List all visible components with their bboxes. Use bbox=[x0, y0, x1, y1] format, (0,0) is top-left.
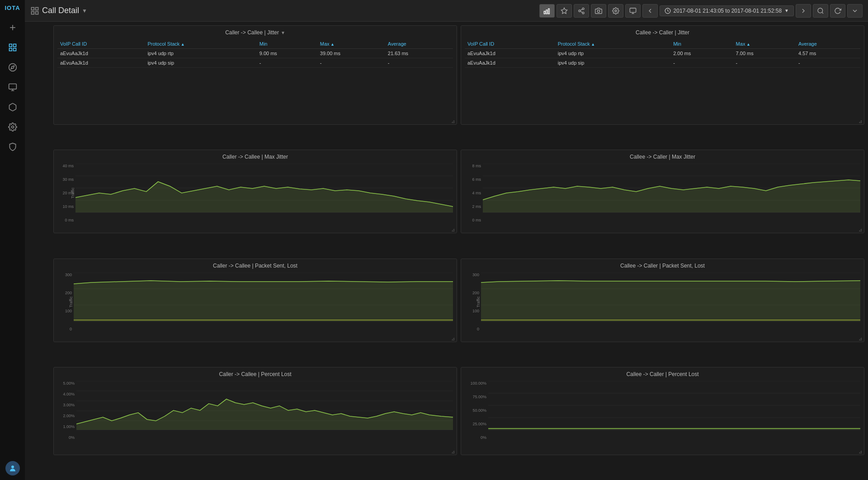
y-label: Traffic bbox=[476, 296, 481, 307]
svg-rect-2 bbox=[9, 44, 12, 47]
callee-packet-title: Callee -> Caller | Packet Sent, Lost bbox=[465, 263, 860, 269]
sidebar-item-settings[interactable] bbox=[5, 119, 21, 135]
col-max[interactable]: Max bbox=[733, 39, 796, 49]
callee-packet-panel: Callee -> Caller | Packet Sent, Lost 300… bbox=[461, 259, 864, 342]
sidebar-item-box[interactable] bbox=[5, 99, 21, 115]
resize-handle[interactable]: ⊿ bbox=[451, 336, 456, 341]
caller-packet-title: Caller -> Callee | Packet Sent, Lost bbox=[57, 263, 453, 269]
callee-max-jitter-chart: 21:44 21:45 21:46 21:47 21:48 21:49 21:5… bbox=[483, 164, 860, 213]
col-voip-id: VoIP Call ID bbox=[57, 39, 145, 49]
sidebar-item-user[interactable] bbox=[5, 461, 20, 475]
svg-line-24 bbox=[580, 11, 582, 13]
svg-rect-14 bbox=[36, 7, 38, 10]
table-row: aEvuAaJk1d ipv4 udp sip - - - bbox=[57, 58, 453, 68]
caller-max-jitter-panel: Caller -> Callee | Max Jitter 40 ms30 ms… bbox=[53, 150, 457, 233]
callee-max-jitter-panel: Callee -> Caller | Max Jitter 8 ms6 ms4 … bbox=[461, 150, 864, 233]
camera-button[interactable] bbox=[591, 4, 606, 18]
y-axis: 8 ms6 ms4 ms2 ms0 ms bbox=[465, 164, 483, 222]
topbar-actions: 2017-08-01 21:43:05 to 2017-08-01 21:52:… bbox=[539, 4, 863, 18]
svg-marker-7 bbox=[11, 66, 14, 69]
star-button[interactable] bbox=[557, 4, 572, 18]
caller-percent-panel: Caller -> Callee | Percent Lost 5.00%4.0… bbox=[53, 367, 457, 455]
callee-jitter-table-panel: Callee -> Caller | Jitter VoIP Call ID P… bbox=[461, 25, 864, 125]
svg-point-11 bbox=[11, 126, 14, 128]
svg-point-6 bbox=[9, 64, 16, 71]
more-button[interactable] bbox=[847, 4, 863, 18]
svg-rect-17 bbox=[544, 11, 545, 14]
caller-jitter-table-title: Caller -> Callee | Jitter ▼ bbox=[57, 29, 453, 36]
caller-percent-title: Caller -> Callee | Percent Lost bbox=[57, 371, 453, 377]
table-row: aEvuAaJk1d ipv4 udp rtp 9.00 ms 39.00 ms… bbox=[57, 49, 453, 58]
sidebar-item-panels[interactable] bbox=[5, 79, 21, 95]
search-button[interactable] bbox=[813, 4, 828, 18]
sidebar-item-add[interactable] bbox=[5, 19, 21, 36]
col-min: Min bbox=[670, 39, 733, 49]
sidebar-item-security[interactable] bbox=[5, 139, 21, 155]
svg-rect-16 bbox=[36, 11, 38, 14]
resize-handle[interactable]: ⊿ bbox=[859, 227, 863, 232]
callee-percent-title: Callee -> Caller | Percent Lost bbox=[465, 371, 860, 377]
prev-button[interactable] bbox=[642, 4, 658, 18]
caller-jitter-table: VoIP Call ID Protocol Stack Min Max Aver… bbox=[57, 39, 453, 68]
svg-point-12 bbox=[11, 466, 14, 468]
caller-max-jitter-chart: 21:44 21:45 21:46 21:47 21:48 21:49 21:5… bbox=[75, 164, 453, 213]
col-min: Min bbox=[257, 39, 317, 49]
col-max[interactable]: Max bbox=[317, 39, 385, 49]
y-axis: 5.00%4.00%3.00%2.00%1.00%0% bbox=[57, 381, 76, 440]
svg-rect-19 bbox=[548, 9, 549, 14]
monitor-button[interactable] bbox=[625, 4, 641, 18]
resize-handle[interactable]: ⊿ bbox=[859, 336, 863, 341]
table-row: aEvuAaJk1d ipv4 udp sip - - - bbox=[465, 58, 860, 68]
svg-rect-3 bbox=[13, 44, 16, 47]
svg-point-22 bbox=[579, 10, 580, 12]
col-protocol-stack[interactable]: Protocol Stack bbox=[555, 39, 670, 49]
caller-percent-chart: 21:44 21:45 21:46 21:47 21:48 21:49 21:5… bbox=[76, 381, 453, 431]
resize-handle[interactable]: ⊿ bbox=[451, 449, 456, 454]
refresh-button[interactable] bbox=[830, 4, 845, 18]
app-logo: IOTA bbox=[5, 5, 20, 11]
sidebar-item-dashboard[interactable] bbox=[5, 39, 21, 56]
callee-packet-chart: 21:44 21:45 21:46 21:47 21:48 21:49 21:5… bbox=[481, 273, 860, 322]
callee-max-jitter-title: Callee -> Caller | Max Jitter bbox=[465, 154, 860, 160]
sidebar: IOTA bbox=[0, 0, 25, 480]
time-dropdown-icon: ▼ bbox=[784, 8, 789, 13]
svg-line-25 bbox=[580, 9, 582, 10]
callee-jitter-table: VoIP Call ID Protocol Stack Min Max Aver… bbox=[465, 39, 860, 68]
callee-percent-panel: Callee -> Caller | Percent Lost 100.00%7… bbox=[461, 367, 864, 455]
grid-icon bbox=[30, 6, 39, 15]
y-label: Traffic bbox=[69, 296, 73, 307]
resize-handle[interactable]: ⊿ bbox=[451, 119, 456, 123]
svg-rect-15 bbox=[32, 11, 34, 14]
caller-max-jitter-title: Caller -> Callee | Max Jitter bbox=[57, 154, 453, 160]
svg-rect-18 bbox=[546, 10, 547, 14]
resize-handle[interactable]: ⊿ bbox=[859, 119, 863, 123]
svg-point-32 bbox=[818, 8, 823, 13]
time-range-display[interactable]: 2017-08-01 21:43:05 to 2017-08-01 21:52:… bbox=[660, 5, 794, 16]
col-protocol-stack[interactable]: Protocol Stack bbox=[145, 39, 256, 49]
resize-handle[interactable]: ⊿ bbox=[451, 227, 456, 232]
svg-point-26 bbox=[597, 10, 599, 12]
title-dropdown-icon[interactable]: ▼ bbox=[82, 8, 87, 14]
col-voip-id: VoIP Call ID bbox=[465, 39, 555, 49]
next-button[interactable] bbox=[796, 4, 811, 18]
callee-percent-chart: 21:44 21:45 21:46 21:47 21:48 21:49 21:5… bbox=[488, 381, 860, 431]
bar-chart-button[interactable] bbox=[539, 4, 555, 18]
settings-button[interactable] bbox=[608, 4, 623, 18]
share-button[interactable] bbox=[574, 4, 589, 18]
svg-point-27 bbox=[615, 10, 617, 12]
svg-rect-13 bbox=[32, 7, 34, 10]
topbar: Call Detail ▼ 2017-08-01 21:43:05 to 201… bbox=[25, 0, 868, 22]
svg-point-23 bbox=[582, 12, 584, 14]
caller-jitter-table-panel: Caller -> Callee | Jitter ▼ VoIP Call ID… bbox=[53, 25, 457, 125]
caller-packet-panel: Caller -> Callee | Packet Sent, Lost 300… bbox=[53, 259, 457, 342]
resize-handle[interactable]: ⊿ bbox=[859, 449, 863, 454]
col-average: Average bbox=[385, 39, 453, 49]
sidebar-item-explore[interactable] bbox=[5, 59, 21, 75]
title-dropdown-icon[interactable]: ▼ bbox=[281, 30, 285, 35]
page-title: Call Detail ▼ bbox=[30, 6, 536, 15]
y-label: Traffic bbox=[71, 188, 75, 199]
table-row: aEvuAaJk1d ipv4 udp rtp 2.00 ms 7.00 ms … bbox=[465, 49, 860, 58]
caller-packet-chart: 21:44 21:45 21:46 21:47 21:48 21:49 21:5… bbox=[74, 273, 453, 322]
clock-icon bbox=[665, 8, 671, 14]
svg-rect-28 bbox=[630, 8, 636, 12]
